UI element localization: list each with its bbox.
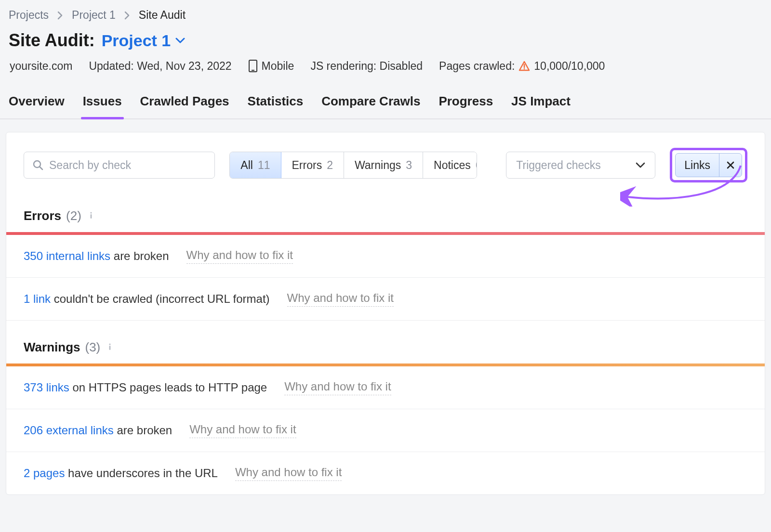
issue-row: 1 link couldn't be crawled (incorrect UR…: [6, 278, 765, 321]
breadcrumb-project1[interactable]: Project 1: [72, 9, 116, 22]
close-icon: [726, 161, 735, 169]
search-icon: [33, 160, 43, 170]
tab-compare-crawls[interactable]: Compare Crawls: [319, 85, 422, 118]
dropdown-label: Triggered checks: [516, 159, 601, 172]
warning-icon: [518, 61, 530, 71]
filter-chip-links[interactable]: Links: [675, 153, 742, 177]
issue-link[interactable]: 2 pages: [24, 467, 65, 480]
svg-point-3: [524, 68, 525, 70]
segment-all[interactable]: All11: [230, 152, 281, 178]
filter-bar: All11 Errors2 Warnings3 Notices6 Trigger…: [6, 132, 765, 189]
fix-link[interactable]: Why and how to fix it: [287, 291, 394, 307]
breadcrumb: Projects Project 1 Site Audit: [0, 0, 771, 28]
project-selector[interactable]: Project 1: [102, 31, 186, 50]
svg-rect-7: [90, 214, 92, 219]
chevron-right-icon: [124, 11, 130, 20]
device-label: Mobile: [262, 60, 294, 73]
crawled-value: 10,000/10,000: [534, 60, 605, 73]
svg-rect-1: [252, 70, 254, 71]
breadcrumb-projects[interactable]: Projects: [9, 9, 49, 22]
issue-link[interactable]: 373 links: [24, 381, 69, 394]
errors-count: (2): [66, 208, 81, 223]
pages-crawled: Pages crawled: 10,000/10,000: [439, 60, 605, 73]
svg-point-8: [109, 343, 111, 345]
tabs: Overview Issues Crawled Pages Statistics…: [0, 85, 771, 119]
warnings-header: Warnings (3): [6, 321, 765, 363]
mobile-icon: [248, 59, 258, 73]
tab-progress[interactable]: Progress: [437, 85, 495, 118]
segment-control: All11 Errors2 Warnings3 Notices6: [229, 152, 477, 179]
issue-text: on HTTPS pages leads to HTTP page: [69, 381, 267, 394]
issues-panel: All11 Errors2 Warnings3 Notices6 Trigger…: [6, 132, 765, 495]
page-title: Site Audit:: [9, 30, 95, 51]
tab-statistics[interactable]: Statistics: [246, 85, 306, 118]
js-rendering: JS rendering: Disabled: [310, 60, 423, 73]
issue-text: are broken: [110, 249, 169, 262]
info-icon[interactable]: [86, 208, 96, 223]
device-indicator: Mobile: [248, 59, 294, 73]
svg-rect-9: [109, 346, 111, 350]
issue-row: 373 links on HTTPS pages leads to HTTP p…: [6, 366, 765, 409]
issue-link[interactable]: 1 link: [24, 292, 51, 305]
chip-label: Links: [676, 154, 719, 177]
tab-issues[interactable]: Issues: [81, 85, 124, 118]
issue-text: have underscores in the URL: [65, 467, 218, 480]
fix-link[interactable]: Why and how to fix it: [284, 380, 391, 395]
chip-highlight: Links: [670, 148, 747, 182]
segment-notices[interactable]: Notices6: [423, 152, 477, 178]
segment-errors[interactable]: Errors2: [281, 152, 344, 178]
page-header: Site Audit: Project 1: [0, 28, 771, 55]
fix-link[interactable]: Why and how to fix it: [189, 423, 296, 438]
fix-link[interactable]: Why and how to fix it: [186, 248, 293, 264]
segment-warnings[interactable]: Warnings3: [344, 152, 423, 178]
warnings-count: (3): [85, 340, 100, 355]
breadcrumb-siteaudit: Site Audit: [139, 9, 186, 22]
errors-title: Errors: [24, 208, 61, 223]
issue-link[interactable]: 206 external links: [24, 424, 114, 437]
svg-line-5: [40, 167, 43, 170]
chevron-down-icon: [175, 37, 185, 44]
chevron-down-icon: [636, 162, 645, 169]
issue-text: couldn't be crawled (incorrect URL forma…: [51, 292, 270, 305]
tab-js-impact[interactable]: JS Impact: [509, 85, 572, 118]
svg-point-6: [90, 212, 92, 213]
issue-row: 206 external links are broken Why and ho…: [6, 409, 765, 452]
issue-text: are broken: [114, 424, 172, 437]
meta-row: yoursite.com Updated: Wed, Nov 23, 2022 …: [0, 55, 771, 85]
tab-overview[interactable]: Overview: [7, 85, 66, 118]
site-domain: yoursite.com: [10, 60, 72, 73]
info-icon[interactable]: [105, 340, 115, 355]
project-name: Project 1: [102, 31, 171, 50]
tab-crawled-pages[interactable]: Crawled Pages: [138, 85, 231, 118]
warnings-title: Warnings: [24, 340, 80, 355]
issue-row: 2 pages have underscores in the URL Why …: [6, 452, 765, 494]
search-input[interactable]: [49, 159, 206, 172]
search-input-wrap[interactable]: [24, 152, 215, 179]
errors-header: Errors (2): [6, 189, 765, 232]
issue-link[interactable]: 350 internal links: [24, 249, 110, 262]
chip-remove-button[interactable]: [719, 154, 742, 177]
triggered-checks-dropdown[interactable]: Triggered checks: [506, 152, 655, 179]
chevron-right-icon: [57, 11, 63, 20]
issue-row: 350 internal links are broken Why and ho…: [6, 235, 765, 278]
updated-text: Updated: Wed, Nov 23, 2022: [89, 60, 231, 73]
fix-link[interactable]: Why and how to fix it: [235, 466, 342, 481]
